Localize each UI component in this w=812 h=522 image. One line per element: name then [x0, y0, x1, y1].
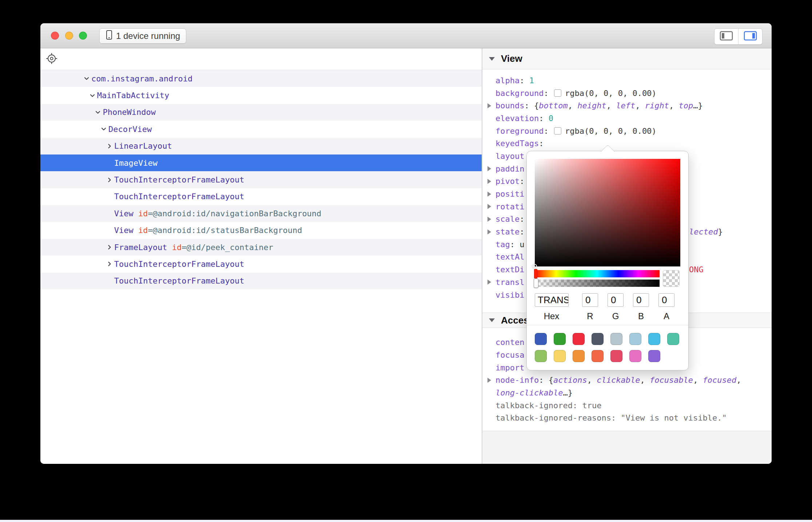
disclosure-triangle-icon[interactable] [487, 179, 491, 184]
chevron-right-icon[interactable] [107, 244, 114, 250]
color-swatch[interactable] [573, 333, 585, 345]
property-row: foreground: rgba(0, 0, 0, 0.00) [482, 125, 772, 137]
color-swatch[interactable] [648, 333, 660, 345]
color-swatch[interactable] [592, 333, 604, 345]
disclosure-triangle-icon[interactable] [487, 204, 491, 209]
tree-row[interactable]: TouchInterceptorFrameLayout [40, 171, 482, 188]
chevron-down-icon[interactable] [89, 93, 97, 99]
minimize-button[interactable] [65, 32, 73, 40]
zoom-button[interactable] [79, 32, 87, 40]
text-segment: import [495, 363, 524, 372]
text-segment: } [718, 227, 723, 236]
chevron-down-icon[interactable] [95, 109, 103, 115]
green-input[interactable] [608, 293, 624, 307]
saturation-value-cursor[interactable] [532, 264, 537, 269]
chevron-right-icon[interactable] [107, 143, 114, 149]
disclosure-triangle-icon[interactable] [487, 103, 491, 108]
hue-slider[interactable] [535, 270, 660, 277]
chevron-down-icon[interactable] [84, 76, 91, 81]
text-segment: foreground [495, 127, 544, 136]
tree-row[interactable]: TouchInterceptorFrameLayout [40, 273, 482, 289]
alpha-input[interactable] [658, 293, 674, 307]
alpha-slider[interactable] [535, 280, 660, 287]
text-segment: conten [495, 338, 524, 347]
color-swatch[interactable] [610, 350, 622, 362]
property-row: long-clickable…} [482, 386, 772, 399]
color-picker-popover: Hex R G B A [526, 151, 689, 370]
disclosure-triangle-icon[interactable] [487, 217, 491, 222]
color-swatch[interactable] [610, 333, 622, 345]
alpha-slider-handle[interactable] [534, 278, 538, 288]
text-segment: : u [510, 240, 525, 249]
toggle-left-panel-button[interactable] [715, 29, 738, 44]
text-segment: …} [693, 101, 703, 110]
chevron-right-icon[interactable] [107, 177, 114, 183]
text-segment: height [577, 101, 606, 110]
color-swatch[interactable] [667, 333, 679, 345]
section-header-view[interactable]: View [482, 48, 772, 69]
tree-row[interactable]: com.instagram.android [40, 70, 482, 87]
chevron-down-icon[interactable] [101, 126, 108, 132]
tree-row[interactable]: MainTabActivity [40, 87, 482, 104]
saturation-value-square[interactable] [535, 159, 680, 266]
select-element-button[interactable] [44, 51, 59, 67]
color-swatch[interactable] [554, 350, 566, 362]
text-segment: : { [539, 376, 553, 385]
text-segment: , [693, 376, 703, 385]
text-segment: top [678, 101, 693, 110]
color-swatch[interactable] [535, 350, 547, 362]
hex-label: Hex [544, 311, 560, 321]
close-button[interactable] [51, 32, 59, 40]
color-swatch[interactable] [629, 350, 641, 362]
text-segment: …} [563, 388, 573, 397]
text-segment: id [172, 243, 182, 252]
property-value-fragment: lected} [689, 225, 723, 238]
screen-bottom-strip [0, 520, 812, 522]
color-swatch[interactable] [648, 350, 660, 362]
disclosure-triangle-icon[interactable] [487, 229, 491, 234]
hue-slider-handle[interactable] [534, 269, 537, 278]
toggle-right-panel-button[interactable] [738, 29, 762, 44]
title-bar: 1 device running [40, 23, 772, 48]
disclosure-triangle-icon[interactable] [487, 192, 491, 197]
tree-row[interactable]: FrameLayout id=@id/peek_container [40, 239, 482, 256]
section-title: View [501, 53, 522, 64]
tree-row[interactable]: View id=@android:id/statusBarBackground [40, 222, 482, 239]
blue-input[interactable] [633, 293, 649, 307]
text-segment: right [645, 101, 669, 110]
text-segment: id [138, 226, 148, 235]
tree-row[interactable]: LinearLayout [40, 138, 482, 154]
tree-row[interactable]: ImageView [40, 154, 482, 171]
text-segment: , [587, 376, 597, 385]
collapse-triangle-icon [489, 318, 495, 322]
text-segment: positi [495, 189, 524, 198]
color-checkbox[interactable] [554, 89, 561, 97]
tree-row[interactable]: DecorView [40, 121, 482, 137]
disclosure-triangle-icon[interactable] [487, 280, 491, 285]
disclosure-triangle-icon[interactable] [487, 378, 491, 383]
color-swatch[interactable] [629, 333, 641, 345]
popover-divider [527, 325, 688, 325]
text-segment: left [616, 101, 635, 110]
text-segment: TouchInterceptorFrameLayout [114, 192, 244, 201]
chevron-right-icon[interactable] [107, 261, 114, 267]
color-swatch[interactable] [535, 333, 547, 345]
text-segment: clickable [597, 376, 640, 385]
color-checkbox[interactable] [554, 127, 561, 134]
text-segment: : [539, 114, 549, 123]
tree-row[interactable]: View id=@android:id/navigationBarBackgro… [40, 205, 482, 222]
text-segment: com.instagram.android [91, 74, 192, 83]
text-segment: pivot [495, 177, 520, 186]
color-swatch[interactable] [554, 333, 566, 345]
text-segment: 1 [529, 76, 534, 85]
color-swatch[interactable] [573, 350, 585, 362]
tree-row[interactable]: TouchInterceptorFrameLayout [40, 188, 482, 205]
tree-row[interactable]: TouchInterceptorFrameLayout [40, 256, 482, 272]
disclosure-triangle-icon[interactable] [487, 166, 491, 171]
text-segment: rgba(0, 0, 0, 0.00) [565, 127, 657, 136]
device-running-button[interactable]: 1 device running [99, 28, 186, 44]
hex-input[interactable] [535, 293, 569, 307]
tree-row[interactable]: PhoneWindow [40, 104, 482, 121]
color-swatch[interactable] [592, 350, 604, 362]
red-input[interactable] [582, 293, 598, 307]
